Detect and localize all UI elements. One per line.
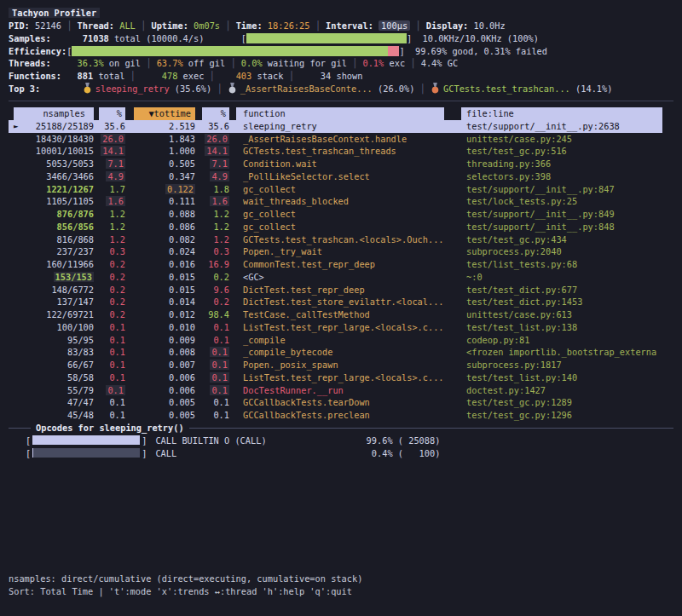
top-function-percent: (26.0%) bbox=[373, 83, 415, 94]
cell-value: 0.014 bbox=[169, 296, 195, 307]
cell-value: 1.6 bbox=[106, 196, 125, 206]
tottime-cell: 0.015 bbox=[125, 284, 195, 296]
function-cell: GCCallbackTests.tearDown bbox=[229, 396, 444, 409]
cell-value: sleeping_retry bbox=[243, 121, 317, 131]
table-row[interactable]: 47/47 0.1 0.005 0.1 GCCallbackTests.tear… bbox=[9, 396, 673, 409]
table-row[interactable]: 1105/1105 1.6 0.111 1.6 wait_threads_blo… bbox=[9, 195, 673, 208]
table-row[interactable]: 137/147 0.2 0.014 0.2 DictTest.test_stor… bbox=[9, 296, 673, 308]
cell-value: 160/11966 bbox=[46, 259, 94, 269]
stat-segment: on gil bbox=[104, 58, 141, 68]
column-header-pct-cumulative[interactable]: % bbox=[202, 107, 229, 120]
cell-value: 0.086 bbox=[169, 222, 195, 232]
pct-direct-cell: 0.2 bbox=[94, 296, 125, 308]
function-cell: GCTests.test_trashcan_threads bbox=[229, 145, 444, 158]
table-row[interactable]: 876/876 1.2 0.088 1.2 gc_collect test/su… bbox=[9, 208, 673, 221]
tottime-cell: 1.000 bbox=[125, 145, 195, 158]
pct-cumulative-cell: 0.1 bbox=[195, 409, 229, 422]
table-header: nsamples % ▼tottime % function file:line bbox=[9, 107, 673, 120]
table-row[interactable]: 55/79 0.1 0.006 0.1 DocTestRunner.__run … bbox=[9, 384, 673, 397]
cell-value: 47/47 bbox=[67, 397, 94, 407]
cell-value: 1.2 bbox=[213, 234, 229, 245]
nsamples-cell: 816/868 bbox=[9, 233, 94, 246]
table-row[interactable]: 160/11966 0.2 0.016 16.9 CommonTest.test… bbox=[9, 258, 673, 271]
function-cell: TestCase._callTestMethod bbox=[229, 308, 444, 321]
top-function-name: GCTests.test_trashcan... bbox=[443, 83, 570, 94]
pct-cumulative-cell: 0.3 bbox=[195, 245, 229, 258]
cell-value: 0.1 bbox=[210, 360, 229, 370]
file-cell: ~:0 bbox=[444, 271, 662, 284]
table-row[interactable]: 856/856 1.2 0.086 1.2 gc_collect test/su… bbox=[9, 221, 673, 233]
pct-cumulative-cell: 9.6 bbox=[195, 284, 229, 296]
column-header-file[interactable]: file:line bbox=[461, 107, 662, 120]
cell-value: doctest.py:1427 bbox=[466, 385, 546, 395]
column-header-pct-direct[interactable]: % bbox=[99, 107, 125, 120]
cell-value: test/test_gc.py:1296 bbox=[466, 410, 572, 420]
table-row[interactable]: 25188/25189 35.6 2.519 35.6 sleeping_ret… bbox=[9, 120, 662, 133]
function-cell: Popen._posix_spawn bbox=[229, 359, 444, 371]
cell-value: threading.py:366 bbox=[466, 158, 551, 169]
pct-direct-cell: 14.1 bbox=[94, 145, 125, 158]
table-row[interactable]: 122/69721 0.2 0.012 98.4 TestCase._callT… bbox=[9, 308, 673, 321]
cell-value: test/test_dict.py:677 bbox=[466, 285, 577, 295]
stat-segment: Display: bbox=[426, 20, 474, 31]
gold-medal-icon bbox=[83, 83, 92, 94]
separator: │ bbox=[414, 83, 431, 94]
cell-value: <GC> bbox=[243, 272, 264, 282]
nsamples-cell: 153/153 bbox=[9, 271, 94, 284]
nsamples-cell: 18430/18430 bbox=[9, 133, 94, 146]
table-row[interactable]: 1221/1267 1.7 0.122 1.8 gc_collect test/… bbox=[9, 183, 673, 196]
table-row[interactable]: 18430/18430 26.0 1.843 26.0 _AssertRaise… bbox=[9, 133, 673, 146]
pct-direct-cell: 0.2 bbox=[94, 308, 125, 321]
table-row[interactable]: 100/100 0.1 0.010 0.1 ListTest.test_repr… bbox=[9, 321, 673, 334]
nsamples-cell: 100/100 bbox=[9, 321, 94, 334]
stat-segment: 403 bbox=[220, 71, 251, 81]
stat-segment: exc bbox=[384, 58, 405, 68]
table-row[interactable]: 816/868 1.2 0.082 1.2 GCTests.test_trash… bbox=[9, 233, 673, 246]
table-row[interactable]: 83/83 0.1 0.008 0.1 _compile_bytecode <f… bbox=[9, 346, 673, 359]
pct-cumulative-cell: 4.9 bbox=[195, 170, 229, 183]
opcode-percent: 99.6% ( 25088) bbox=[344, 435, 440, 446]
bar-open-bracket: [ bbox=[26, 435, 31, 446]
table-row[interactable]: 148/6772 0.2 0.015 9.6 DictTest.test_rep… bbox=[9, 284, 673, 296]
cell-value: 0.2 bbox=[213, 296, 229, 307]
file-cell: threading.py:366 bbox=[444, 158, 662, 170]
stat-segment: │ bbox=[61, 20, 78, 31]
pct-cumulative-cell: 0.1 bbox=[195, 321, 229, 334]
nsamples-cell: 856/856 bbox=[9, 221, 94, 233]
table-row[interactable]: 237/237 0.3 0.024 0.3 Popen._try_wait su… bbox=[9, 245, 673, 258]
cell-value: 0.006 bbox=[169, 385, 195, 395]
pct-direct-cell: 1.6 bbox=[94, 195, 125, 208]
cell-value: test/test_gc.py:516 bbox=[466, 146, 567, 156]
cell-value: 0.111 bbox=[169, 196, 195, 206]
table-row[interactable]: 58/58 0.1 0.006 0.1 ListTest.test_repr_l… bbox=[9, 371, 673, 384]
table-row[interactable]: 5053/5053 7.1 0.505 7.1 Condition.wait t… bbox=[9, 158, 673, 170]
cell-value: 1.7 bbox=[109, 184, 125, 194]
cell-value: 148/6772 bbox=[51, 285, 94, 295]
table-row[interactable]: 3466/3466 4.9 0.347 4.9 _PollLikeSelecto… bbox=[9, 170, 673, 183]
column-header-nsamples[interactable]: nsamples bbox=[14, 107, 94, 120]
table-row[interactable]: 153/153 0.2 0.015 0.2 <GC> ~:0 bbox=[9, 271, 673, 284]
nsamples-cell: 55/79 bbox=[9, 384, 94, 397]
table-row[interactable]: 66/67 0.1 0.007 0.1 Popen._posix_spawn s… bbox=[9, 359, 673, 371]
column-header-function[interactable]: function bbox=[236, 107, 444, 120]
stat-segment: Samples: bbox=[9, 33, 51, 43]
file-cell: test/test_list.py:138 bbox=[444, 321, 662, 334]
stat-segment: ALL bbox=[119, 20, 136, 31]
table-row[interactable]: 45/48 0.1 0.005 0.1 GCCallbackTests.prec… bbox=[9, 409, 673, 422]
table-row[interactable]: 10001/10015 14.1 1.000 14.1 GCTests.test… bbox=[9, 145, 673, 158]
pct-cumulative-cell: 7.1 bbox=[195, 158, 229, 170]
file-cell: test/support/__init__.py:2638 bbox=[444, 120, 662, 133]
stat-segment: 18:26:25 bbox=[268, 20, 310, 31]
column-header-tottime-sort[interactable]: ▼tottime bbox=[134, 107, 195, 120]
cell-value: 10001/10015 bbox=[36, 146, 94, 156]
table-row[interactable]: 95/95 0.1 0.009 0.1 _compile codeop.py:8… bbox=[9, 334, 673, 347]
cell-value: 35.6 bbox=[208, 121, 229, 131]
cell-value: test/support/__init__.py:849 bbox=[466, 209, 615, 219]
cell-value: 9.6 bbox=[213, 285, 229, 295]
function-cell: _PollLikeSelector.select bbox=[229, 170, 444, 183]
cell-value: ~:0 bbox=[466, 272, 483, 282]
cell-value: 25188/25189 bbox=[36, 121, 94, 131]
cell-value: 0.1 bbox=[213, 335, 229, 345]
cell-value: ListTest.test_repr_large.<locals>.c... bbox=[243, 322, 444, 332]
stat-segment: PID: bbox=[9, 20, 35, 31]
